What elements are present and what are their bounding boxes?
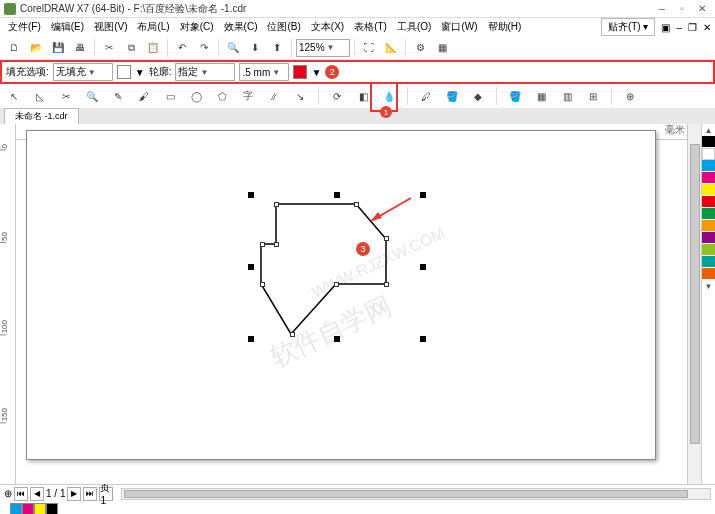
- close-button[interactable]: ✕: [693, 2, 711, 16]
- parallel-tool-icon[interactable]: ⫽: [264, 86, 284, 106]
- menu-effects[interactable]: 效果(C): [220, 19, 262, 35]
- pick-tool-icon[interactable]: ↖: [4, 86, 24, 106]
- new-icon[interactable]: 🗋: [4, 38, 24, 58]
- add-page-icon[interactable]: ⊕: [4, 488, 12, 499]
- menu-file[interactable]: 文件(F): [4, 19, 45, 35]
- save-icon[interactable]: 💾: [48, 38, 68, 58]
- node[interactable]: [290, 332, 295, 337]
- menu-edit[interactable]: 编辑(E): [47, 19, 88, 35]
- extra-tool-2-icon[interactable]: ▥: [557, 86, 577, 106]
- extra-tool-3-icon[interactable]: ⊞: [583, 86, 603, 106]
- crop-tool-icon[interactable]: ✂: [56, 86, 76, 106]
- handle-ml[interactable]: [248, 264, 254, 270]
- node[interactable]: [260, 242, 265, 247]
- freehand-tool-icon[interactable]: ✎: [108, 86, 128, 106]
- node[interactable]: [354, 202, 359, 207]
- search-icon[interactable]: 🔍: [223, 38, 243, 58]
- menu-layout[interactable]: 布局(L): [133, 19, 173, 35]
- snap-dropdown[interactable]: 贴齐(T) ▾: [601, 18, 656, 36]
- extra-tool-1-icon[interactable]: ▦: [531, 86, 551, 106]
- menu-text[interactable]: 文本(X): [307, 19, 348, 35]
- document-tab[interactable]: 未命名 -1.cdr: [4, 108, 79, 124]
- smart-fill-icon[interactable]: 🪣: [505, 86, 525, 106]
- palette-up[interactable]: ▲: [702, 124, 715, 136]
- view-color[interactable]: [46, 503, 58, 514]
- redo-icon[interactable]: ↷: [194, 38, 214, 58]
- app-launcher-icon[interactable]: ▦: [432, 38, 452, 58]
- doc-minimize-button[interactable]: –: [676, 22, 682, 33]
- outline-color-swatch[interactable]: [293, 65, 307, 79]
- palette-color[interactable]: [702, 256, 715, 268]
- copy-icon[interactable]: ⧉: [121, 38, 141, 58]
- handle-br[interactable]: [420, 336, 426, 342]
- page-last[interactable]: ⏭: [83, 487, 97, 501]
- menu-bitmap[interactable]: 位图(B): [263, 19, 304, 35]
- handle-bm[interactable]: [334, 336, 340, 342]
- page-prev[interactable]: ◀: [30, 487, 44, 501]
- menu-tools[interactable]: 工具(O): [393, 19, 435, 35]
- fullscreen-icon[interactable]: ⛶: [359, 38, 379, 58]
- blend-tool-icon[interactable]: ⟳: [327, 86, 347, 106]
- menu-table[interactable]: 表格(T): [350, 19, 391, 35]
- outline-width-combo[interactable]: .5 mm▼: [239, 63, 289, 81]
- palette-color[interactable]: [702, 268, 715, 280]
- fill-swatch-drop[interactable]: ▼: [135, 67, 145, 78]
- palette-color[interactable]: [702, 172, 715, 184]
- fill-tool-icon[interactable]: 🪣: [442, 86, 462, 106]
- menu-window[interactable]: 窗口(W): [437, 19, 481, 35]
- node[interactable]: [260, 282, 265, 287]
- rectangle-tool-icon[interactable]: ▭: [160, 86, 180, 106]
- palette-color[interactable]: [702, 196, 715, 208]
- node[interactable]: [334, 282, 339, 287]
- outline-pen-icon[interactable]: 🖊: [416, 86, 436, 106]
- zoom-combo[interactable]: 125%▼: [296, 39, 350, 57]
- node[interactable]: [384, 282, 389, 287]
- palette-color[interactable]: [702, 148, 715, 160]
- node[interactable]: [384, 236, 389, 241]
- canvas[interactable]: 0 50 100 150 200 250 300 毫米 软件自学网 WWW.RJ…: [16, 124, 687, 484]
- page-next[interactable]: ▶: [67, 487, 81, 501]
- page-tab[interactable]: 页 1: [99, 487, 113, 501]
- vertical-scrollbar[interactable]: [687, 124, 701, 484]
- palette-color[interactable]: [702, 220, 715, 232]
- rulers-icon[interactable]: 📐: [381, 38, 401, 58]
- paste-icon[interactable]: 📋: [143, 38, 163, 58]
- minimize-button[interactable]: –: [653, 2, 671, 16]
- artistic-tool-icon[interactable]: 🖌: [134, 86, 154, 106]
- handle-bl[interactable]: [248, 336, 254, 342]
- interactive-fill-icon[interactable]: ◆: [468, 86, 488, 106]
- fill-type-combo[interactable]: 无填充▼: [53, 63, 113, 81]
- handle-tm[interactable]: [334, 192, 340, 198]
- palette-color[interactable]: [702, 184, 715, 196]
- palette-color[interactable]: [702, 244, 715, 256]
- polygon-tool-icon[interactable]: ⬠: [212, 86, 232, 106]
- page-first[interactable]: ⏮: [14, 487, 28, 501]
- export-icon[interactable]: ⬆: [267, 38, 287, 58]
- add-tool-icon[interactable]: ⊕: [620, 86, 640, 106]
- palette-down[interactable]: ▼: [702, 280, 715, 292]
- handle-tl[interactable]: [248, 192, 254, 198]
- menu-help[interactable]: 帮助(H): [484, 19, 526, 35]
- palette-color[interactable]: [702, 232, 715, 244]
- zoom-tool-icon[interactable]: 🔍: [82, 86, 102, 106]
- node[interactable]: [274, 242, 279, 247]
- print-icon[interactable]: 🖶: [70, 38, 90, 58]
- options-icon[interactable]: ⚙: [410, 38, 430, 58]
- maximize-button[interactable]: ▫: [673, 2, 691, 16]
- connector-tool-icon[interactable]: ↘: [290, 86, 310, 106]
- view-color[interactable]: [34, 503, 46, 514]
- view-color[interactable]: [10, 503, 22, 514]
- palette-color[interactable]: [702, 208, 715, 220]
- menu-object[interactable]: 对象(C): [176, 19, 218, 35]
- palette-color[interactable]: [702, 160, 715, 172]
- text-tool-icon[interactable]: 字: [238, 86, 258, 106]
- menu-view[interactable]: 视图(V): [90, 19, 131, 35]
- cut-icon[interactable]: ✂: [99, 38, 119, 58]
- hscroll-thumb[interactable]: [124, 490, 688, 498]
- outline-color-drop[interactable]: ▼: [311, 67, 321, 78]
- handle-mr[interactable]: [420, 264, 426, 270]
- node[interactable]: [274, 202, 279, 207]
- import-icon[interactable]: ⬇: [245, 38, 265, 58]
- open-icon[interactable]: 📂: [26, 38, 46, 58]
- shape-tool-icon[interactable]: ◺: [30, 86, 50, 106]
